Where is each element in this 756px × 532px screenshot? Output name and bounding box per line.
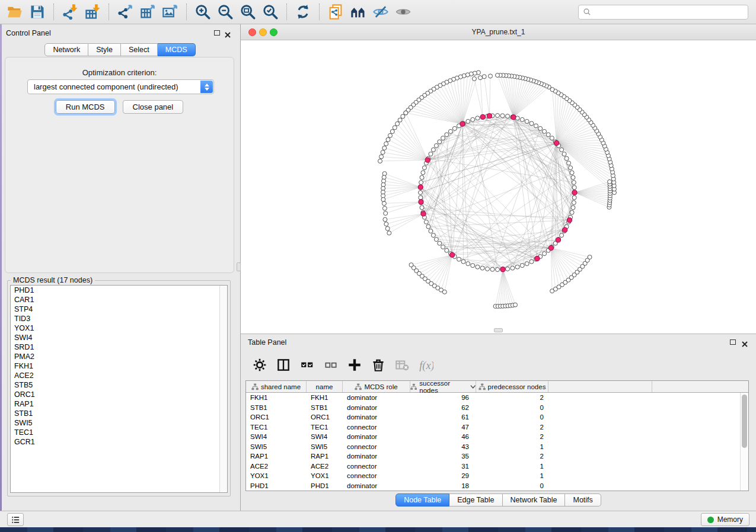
mcds-list-scrollbar[interactable] bbox=[219, 286, 227, 492]
create-column-button[interactable] bbox=[346, 357, 362, 373]
function-builder-icon: f(x) bbox=[418, 357, 433, 373]
close-window-traffic-light[interactable] bbox=[248, 28, 256, 36]
first-neighbors-button[interactable] bbox=[347, 2, 369, 22]
mcds-result-item[interactable]: CAR1 bbox=[11, 295, 227, 305]
search-box[interactable] bbox=[578, 5, 748, 20]
float-table-panel-icon[interactable] bbox=[730, 339, 736, 345]
deselect-all-rows-button[interactable] bbox=[323, 357, 339, 373]
tab-mcds[interactable]: MCDS bbox=[158, 43, 196, 56]
close-panel-icon[interactable] bbox=[225, 30, 231, 40]
delete-columns-button[interactable] bbox=[370, 357, 386, 373]
table-scrollbar[interactable] bbox=[740, 393, 748, 491]
table-row[interactable]: SWI4SWI4dominator462 bbox=[246, 432, 748, 442]
table-scrollbar-thumb[interactable] bbox=[742, 395, 747, 448]
float-panel-icon[interactable] bbox=[214, 30, 220, 36]
mcds-result-item[interactable]: SWI5 bbox=[11, 418, 227, 428]
cell-predecessor_nodes: 2 bbox=[476, 453, 548, 460]
tab-select[interactable]: Select bbox=[121, 43, 158, 56]
export-network-icon bbox=[117, 4, 133, 20]
node-table[interactable]: shared namenameMCDS rolesuccessor nodesp… bbox=[245, 380, 749, 491]
export-image-button[interactable] bbox=[159, 2, 181, 22]
export-table-button[interactable] bbox=[136, 2, 159, 22]
table-row[interactable]: RAP1RAP1dominator352 bbox=[246, 451, 748, 462]
optimization-criterion-select[interactable]: largest connected component (undirected) bbox=[27, 79, 214, 94]
mcds-result-item[interactable]: STB1 bbox=[11, 409, 227, 418]
run-mcds-button[interactable]: Run MCDS bbox=[56, 100, 115, 114]
network-graph[interactable] bbox=[241, 40, 756, 334]
network-window-titlebar[interactable]: YPA_prune.txt_1 bbox=[241, 24, 756, 40]
zoom-out-icon bbox=[217, 4, 234, 20]
zoom-fit-button[interactable] bbox=[237, 2, 259, 22]
export-network-button[interactable] bbox=[114, 2, 136, 22]
table-row[interactable]: YOX1YOX1connector291 bbox=[246, 471, 748, 481]
tab-network[interactable]: Network bbox=[44, 43, 88, 56]
horizontal-splitter-grip[interactable] bbox=[494, 328, 503, 332]
mcds-result-item[interactable]: PHD1 bbox=[11, 286, 227, 295]
memory-button[interactable]: Memory bbox=[701, 513, 749, 526]
tab-node-table[interactable]: Node Table bbox=[395, 493, 449, 507]
cell-predecessor_nodes: 2 bbox=[476, 394, 548, 401]
vertical-splitter-grip[interactable] bbox=[237, 262, 241, 271]
select-all-rows-button[interactable] bbox=[299, 357, 315, 373]
table-row[interactable]: PHD1PHD1dominator180 bbox=[246, 481, 748, 491]
zoom-out-button[interactable] bbox=[214, 2, 237, 22]
close-table-panel-icon[interactable] bbox=[742, 339, 748, 350]
network-canvas[interactable] bbox=[241, 40, 756, 334]
mcds-result-item[interactable]: TID3 bbox=[11, 314, 227, 323]
select-all-rows-icon bbox=[299, 357, 315, 373]
mcds-result-item[interactable]: SWI4 bbox=[11, 333, 227, 342]
table-mode-gear-button[interactable] bbox=[251, 357, 267, 373]
save-session-button[interactable] bbox=[26, 2, 49, 22]
column-type-icon bbox=[479, 383, 486, 390]
tab-edge-table[interactable]: Edge Table bbox=[449, 493, 502, 507]
mcds-result-list[interactable]: PHD1CAR1STP4TID3YOX1SWI4SRD1PMA2FKH1ACE2… bbox=[10, 285, 228, 493]
column-header-shared-name[interactable]: shared name bbox=[246, 381, 307, 392]
tab-network-table[interactable]: Network Table bbox=[503, 493, 566, 507]
table-row[interactable]: TEC1TEC1connector472 bbox=[246, 422, 748, 432]
cell-shared_name: YOX1 bbox=[246, 472, 307, 479]
mcds-result-item[interactable]: STP4 bbox=[11, 305, 227, 314]
mcds-result-item[interactable]: GCR1 bbox=[11, 437, 227, 447]
column-header-filler bbox=[548, 381, 652, 392]
mcds-result-item[interactable]: ORC1 bbox=[11, 390, 227, 399]
column-header-successor-nodes[interactable]: successor nodes bbox=[410, 381, 476, 392]
show-columns-button[interactable] bbox=[275, 357, 291, 373]
mcds-result-item[interactable]: YOX1 bbox=[11, 323, 227, 333]
table-row[interactable]: FKH1FKH1dominator962 bbox=[246, 393, 748, 403]
task-history-button[interactable] bbox=[7, 513, 24, 526]
table-row[interactable]: ACE2ACE2connector311 bbox=[246, 462, 748, 472]
show-all-button[interactable] bbox=[392, 2, 414, 22]
mcds-result-item[interactable]: TEC1 bbox=[11, 428, 227, 437]
tab-style[interactable]: Style bbox=[88, 43, 121, 56]
column-header-name[interactable]: name bbox=[307, 381, 343, 392]
cell-shared_name: ORC1 bbox=[246, 414, 307, 421]
refresh-network-button[interactable] bbox=[292, 2, 314, 22]
list-icon bbox=[11, 515, 21, 525]
open-session-button[interactable] bbox=[4, 2, 26, 22]
mcds-result-item[interactable]: RAP1 bbox=[11, 399, 227, 409]
zoom-window-traffic-light[interactable] bbox=[270, 28, 277, 36]
search-input[interactable] bbox=[592, 5, 748, 19]
minimize-window-traffic-light[interactable] bbox=[259, 28, 267, 36]
delete-table-icon bbox=[394, 357, 410, 373]
mcds-result-item[interactable]: STB5 bbox=[11, 380, 227, 390]
table-row[interactable]: ORC1ORC1dominator610 bbox=[246, 412, 748, 422]
new-network-from-selection-button[interactable] bbox=[324, 2, 347, 22]
cell-successor_nodes: 29 bbox=[410, 472, 476, 479]
mcds-result-item[interactable]: PMA2 bbox=[11, 352, 227, 361]
column-header-predecessor-nodes[interactable]: predecessor nodes bbox=[476, 381, 548, 392]
mcds-result-item[interactable]: ACE2 bbox=[11, 371, 227, 380]
hide-selected-button[interactable] bbox=[369, 2, 392, 22]
zoom-selected-button[interactable] bbox=[259, 2, 282, 22]
import-network-button[interactable] bbox=[59, 2, 81, 22]
table-row[interactable]: SWI5SWI5connector431 bbox=[246, 442, 748, 452]
table-row[interactable]: STB1STB1dominator620 bbox=[246, 403, 748, 413]
import-table-button[interactable] bbox=[81, 2, 104, 22]
status-bar: Memory bbox=[0, 511, 756, 527]
zoom-in-button[interactable] bbox=[192, 2, 214, 22]
column-header-MCDS-role[interactable]: MCDS role bbox=[343, 381, 410, 392]
close-panel-button[interactable]: Close panel bbox=[123, 100, 184, 114]
tab-motifs[interactable]: Motifs bbox=[565, 493, 601, 507]
mcds-result-item[interactable]: FKH1 bbox=[11, 361, 227, 371]
mcds-result-item[interactable]: SRD1 bbox=[11, 342, 227, 352]
